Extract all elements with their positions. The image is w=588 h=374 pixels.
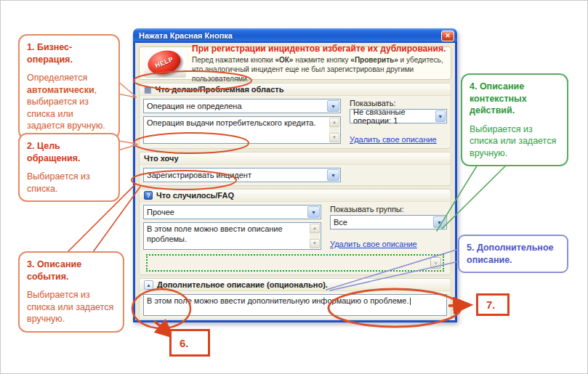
show-filter-combobox-value: Не связанные операции: 1 <box>353 107 435 125</box>
section-what-want-title: Что хочу <box>144 154 179 163</box>
groups-combobox-value: Все <box>334 218 347 227</box>
callout-1-title: 1. Бизнес-операция. <box>27 41 111 65</box>
callout-4-title: 4. Описание контекстных действий. <box>470 81 560 117</box>
scroll-up-icon[interactable]: ▲ <box>329 118 339 127</box>
section-what-happened-body: Прочее ▼ В этом поле можно ввести описан… <box>140 202 451 272</box>
contextual-actions-area[interactable]: ˅ <box>146 254 444 272</box>
scroll-down-icon[interactable]: ▼ <box>329 133 339 142</box>
banner-line1-pre: Перед нажатием кнопки <box>192 56 275 64</box>
chevron-down-icon[interactable]: ˅ <box>430 257 441 269</box>
banner-check-keyword: «Проверить» <box>350 56 398 64</box>
scroll-up-icon[interactable]: ▲ <box>310 224 320 233</box>
show-filter-combobox[interactable]: Не связанные операции: 1 ▼ <box>350 109 447 123</box>
question-icon: ? <box>144 191 153 200</box>
groups-combobox[interactable]: Все ▼ <box>330 215 447 229</box>
callout-contextual-actions: 4. Описание контекстных действий. Выбира… <box>461 73 568 166</box>
callout-2-title: 2. Цель обращения. <box>27 140 111 164</box>
event-combobox-value: Прочее <box>147 208 174 216</box>
dialog-titlebar[interactable]: Нажата Красная Кнопка ✕ <box>133 28 457 43</box>
dialog-window: Нажата Красная Кнопка ✕ HELP При регистр… <box>133 28 457 322</box>
banner-line2: что аналогичный инцидент еще не был заре… <box>192 65 414 83</box>
chevron-down-icon[interactable]: ▼ <box>307 206 320 218</box>
close-button[interactable]: ✕ <box>441 31 454 41</box>
annotated-screenshot-canvas: Нажата Красная Кнопка ✕ HELP При регистр… <box>0 0 588 374</box>
section-what-doing-header[interactable]: ▦ Что делаю/Проблемная область <box>140 84 451 96</box>
section-what-doing: ▦ Что делаю/Проблемная область Операция … <box>139 83 451 149</box>
section-what-happened: ? Что случилось/FAQ Прочее ▼ В этом поле… <box>139 189 451 275</box>
section-additional-header[interactable]: ▲ Дополнительное описание (опционально). <box>140 279 451 291</box>
help-button-image: HELP <box>144 49 186 78</box>
callout-4-body: Выбирается из списка или задается вручну… <box>470 123 560 160</box>
banner-line1-mid: нажмите кнопку <box>293 56 350 64</box>
delete-own-description-link[interactable]: Удалить свое описание <box>350 135 437 144</box>
collapse-icon[interactable]: ▲ <box>144 280 153 290</box>
operation-combobox-value: Операция не определена <box>147 102 242 110</box>
warning-banner: HELP При регистрации инцидентов избегайт… <box>139 46 451 80</box>
chevron-down-icon[interactable]: ▼ <box>327 100 339 112</box>
section-what-doing-body: Операция не определена ▼ Операция выдачи… <box>140 96 451 145</box>
problem-description-text: В этом поле можно ввести описание пробле… <box>147 224 283 243</box>
additional-description-textarea[interactable]: В этом поле можно ввести дополнительную … <box>143 294 447 316</box>
goal-combobox[interactable]: Зарегистрировать инцидент ▼ <box>143 168 341 182</box>
banner-ok-keyword: «ОК» <box>275 56 293 64</box>
callout-business-operation: 1. Бизнес-операция. Определяется автомат… <box>18 34 120 139</box>
section-what-happened-header[interactable]: ? Что случилось/FAQ <box>140 190 451 202</box>
banner-headline: При регистрации инцидентов избегайте их … <box>192 44 446 54</box>
banner-text-block: При регистрации инцидентов избегайте их … <box>192 44 446 84</box>
scrollbar[interactable]: ▲▼ <box>310 224 320 248</box>
chevron-down-icon[interactable]: ▼ <box>327 169 339 181</box>
dialog-client-area: HELP При регистрации инцидентов избегайт… <box>133 43 457 322</box>
step-marker-7-label: 7. <box>486 298 496 311</box>
show-label: Показывать: <box>350 99 447 107</box>
scroll-down-icon[interactable]: ▼ <box>310 239 320 248</box>
step-marker-6: 6. <box>169 329 210 357</box>
callout-5-title: 5. Дополнительное описание. <box>467 242 560 266</box>
step-marker-7: 7. <box>476 293 510 316</box>
additional-description-text: В этом поле можно ввести дополнительную … <box>147 296 409 305</box>
banner-line1-post: и убедитесь, <box>398 56 443 64</box>
text-caret <box>410 298 411 305</box>
callout-3-title: 3. Описание события. <box>27 259 116 282</box>
show-groups-label: Показывать группы: <box>330 205 447 214</box>
section-additional-description: ▲ Дополнительное описание (опционально).… <box>139 278 451 320</box>
section-additional-body: В этом поле можно ввести дополнительную … <box>140 291 451 316</box>
chevron-down-icon[interactable]: ▼ <box>435 110 446 122</box>
operation-description-text: Операция выдачи потребительского кредита… <box>147 118 316 127</box>
callout-request-goal: 2. Цель обращения. Выбирается из списка. <box>18 133 120 202</box>
problem-description-textarea[interactable]: В этом поле можно ввести описание пробле… <box>143 222 321 250</box>
chevron-down-icon[interactable]: ▼ <box>433 216 446 228</box>
red-help-button-icon: HELP <box>145 49 183 78</box>
operation-combobox[interactable]: Операция не определена ▼ <box>143 99 341 113</box>
step-marker-6-label: 6. <box>180 337 189 349</box>
close-icon: ✕ <box>445 33 451 39</box>
banner-body: Перед нажатием кнопки «ОК» нажмите кнопк… <box>192 55 446 84</box>
section-what-want: Что хочу Зарегистрировать инцидент ▼ <box>139 152 451 186</box>
goal-combobox-value: Зарегистрировать инцидент <box>147 171 251 179</box>
section-what-want-header[interactable]: Что хочу <box>140 153 451 165</box>
callout-2-body: Выбирается из списка. <box>27 171 111 195</box>
callout-additional-description: 5. Дополнительное описание. <box>458 235 568 273</box>
help-button-label: HELP <box>154 55 174 69</box>
event-combobox[interactable]: Прочее ▼ <box>143 205 321 219</box>
callout-event-description: 3. Описание события. Выбирается из списк… <box>18 251 124 333</box>
section-additional-title: Дополнительное описание (опционально). <box>157 280 328 289</box>
window-title: Нажата Красная Кнопка <box>139 31 441 40</box>
section-what-want-body: Зарегистрировать инцидент ▼ <box>140 165 451 182</box>
operation-description-textarea[interactable]: Операция выдачи потребительского кредита… <box>143 116 341 144</box>
scrollbar[interactable]: ▲▼ <box>329 118 339 142</box>
section-what-happened-title: Что случилось/FAQ <box>156 191 234 200</box>
delete-own-description-link[interactable]: Удалить свое описание <box>330 240 417 248</box>
section-what-doing-title: Что делаю/Проблемная область <box>155 85 283 94</box>
callout-3-body: Выбирается из списка или задается вручну… <box>27 289 116 325</box>
callout-1-body: Определяется автоматически, выбирается и… <box>27 72 111 132</box>
grid-icon: ▦ <box>144 86 151 94</box>
